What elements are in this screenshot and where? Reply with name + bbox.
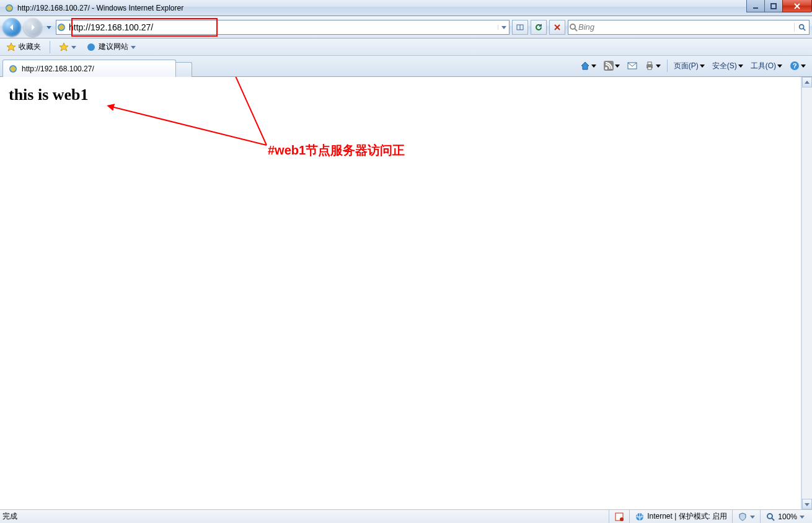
tools-menu-label: 工具(O) bbox=[751, 61, 776, 71]
tools-menu[interactable]: 工具(O) bbox=[748, 58, 785, 73]
page-menu-label: 页面(P) bbox=[674, 61, 699, 71]
status-zoom-text: 100% bbox=[778, 512, 797, 521]
tab-favicon bbox=[8, 64, 18, 74]
chevron-down-icon bbox=[801, 61, 806, 70]
chevron-down-icon bbox=[750, 512, 755, 521]
star-add-icon bbox=[59, 42, 69, 52]
address-url[interactable]: http://192.168.100.27/ bbox=[66, 22, 498, 32]
svg-rect-19 bbox=[648, 62, 651, 65]
search-box[interactable]: Bing bbox=[568, 20, 810, 35]
search-go-button[interactable] bbox=[794, 23, 809, 32]
back-button[interactable] bbox=[2, 18, 21, 37]
tab-active[interactable]: http://192.168.100.27/ bbox=[2, 60, 176, 77]
search-placeholder: Bing bbox=[578, 22, 794, 32]
chevron-down-icon bbox=[71, 43, 76, 51]
shield-toggle-icon bbox=[738, 512, 748, 522]
print-button[interactable] bbox=[642, 58, 663, 73]
scroll-up-button[interactable] bbox=[802, 77, 812, 87]
page-body: this is web1 #web1节点服务器访问正 bbox=[0, 77, 801, 509]
status-zoom-pane[interactable]: 100% bbox=[760, 510, 810, 523]
page-heading: this is web1 bbox=[9, 86, 792, 104]
svg-point-16 bbox=[605, 67, 607, 69]
svg-point-26 bbox=[620, 517, 624, 521]
site-favicon bbox=[56, 22, 66, 32]
maximize-button[interactable] bbox=[764, 0, 783, 12]
vertical-scrollbar[interactable] bbox=[801, 77, 812, 509]
compatibility-view-button[interactable] bbox=[512, 20, 528, 35]
recent-pages-dropdown[interactable] bbox=[45, 19, 53, 36]
ie-favicon bbox=[4, 3, 14, 13]
rss-icon bbox=[604, 61, 614, 71]
chevron-down-icon bbox=[615, 61, 620, 70]
feeds-button[interactable] bbox=[601, 58, 622, 73]
stop-button[interactable] bbox=[549, 20, 565, 35]
chevron-down-icon bbox=[131, 43, 136, 51]
globe-icon bbox=[635, 512, 645, 522]
svg-point-28 bbox=[767, 514, 772, 519]
svg-point-13 bbox=[87, 43, 95, 51]
tab-row: http://192.168.100.27/ 页面(P) 安全(S) 工具(O bbox=[0, 56, 812, 77]
separator bbox=[50, 41, 50, 53]
chevron-down-icon bbox=[591, 61, 596, 70]
status-zone-text: Internet | 保护模式: 启用 bbox=[647, 511, 727, 522]
address-bar[interactable]: http://192.168.100.27/ bbox=[56, 20, 510, 35]
privacy-report-icon bbox=[614, 512, 624, 522]
status-zone-pane[interactable]: Internet | 保护模式: 启用 bbox=[629, 510, 732, 523]
read-mail-button[interactable] bbox=[625, 58, 640, 73]
svg-line-23 bbox=[112, 107, 267, 145]
suggested-sites-label: 建议网站 bbox=[99, 42, 128, 52]
svg-line-10 bbox=[575, 29, 577, 31]
svg-point-11 bbox=[799, 24, 803, 29]
favorites-bar: 收藏夹 建议网站 bbox=[0, 38, 812, 56]
home-icon bbox=[580, 61, 590, 71]
chevron-down-icon bbox=[777, 61, 782, 70]
mail-icon bbox=[627, 61, 637, 71]
help-icon: ? bbox=[790, 61, 800, 71]
help-button[interactable]: ? bbox=[787, 58, 808, 73]
svg-rect-2 bbox=[771, 4, 776, 9]
status-protected-mode-pane[interactable] bbox=[732, 510, 760, 523]
status-text: 完成 bbox=[2, 511, 17, 522]
annotation-text: #web1节点服务器访问正 bbox=[268, 142, 405, 159]
svg-rect-20 bbox=[648, 67, 651, 69]
status-bar: 完成 Internet | 保护模式: 启用 100% bbox=[0, 509, 812, 523]
svg-text:?: ? bbox=[793, 62, 797, 69]
svg-point-9 bbox=[570, 24, 575, 29]
minimize-button[interactable] bbox=[746, 0, 765, 12]
window-titlebar: http://192.168.100.27/ - Windows Interne… bbox=[0, 0, 812, 16]
command-bar: 页面(P) 安全(S) 工具(O) ? bbox=[578, 58, 808, 73]
chevron-down-icon bbox=[800, 512, 805, 521]
refresh-button[interactable] bbox=[531, 20, 547, 35]
ie-icon bbox=[86, 42, 96, 52]
search-provider-icon bbox=[568, 22, 578, 32]
window-title: http://192.168.100.27/ - Windows Interne… bbox=[17, 4, 183, 12]
scroll-down-button[interactable] bbox=[802, 499, 812, 509]
status-privacy-pane[interactable] bbox=[609, 510, 629, 523]
separator bbox=[667, 60, 668, 72]
safety-menu[interactable]: 安全(S) bbox=[710, 58, 746, 73]
chevron-down-icon bbox=[738, 61, 743, 70]
add-to-favorites-bar[interactable] bbox=[56, 41, 79, 53]
navigation-bar: http://192.168.100.27/ Bing bbox=[0, 16, 812, 38]
star-icon bbox=[6, 42, 16, 52]
svg-line-12 bbox=[803, 28, 805, 30]
home-button[interactable] bbox=[578, 58, 599, 73]
safety-menu-label: 安全(S) bbox=[712, 61, 737, 71]
suggested-sites[interactable]: 建议网站 bbox=[84, 40, 138, 53]
forward-button[interactable] bbox=[24, 18, 42, 37]
close-button[interactable] bbox=[782, 0, 812, 12]
tab-title: http://192.168.100.27/ bbox=[22, 65, 94, 73]
content-area: this is web1 #web1节点服务器访问正 bbox=[0, 77, 812, 509]
address-history-dropdown[interactable] bbox=[498, 25, 509, 30]
favorites-label: 收藏夹 bbox=[19, 42, 41, 52]
chevron-down-icon bbox=[656, 61, 661, 70]
chevron-down-icon bbox=[700, 61, 705, 70]
svg-line-29 bbox=[772, 518, 774, 521]
print-icon bbox=[645, 61, 655, 71]
favorites-button[interactable]: 收藏夹 bbox=[4, 40, 43, 53]
zoom-icon bbox=[766, 512, 775, 522]
new-tab-button[interactable] bbox=[176, 62, 192, 77]
page-menu[interactable]: 页面(P) bbox=[671, 58, 707, 73]
